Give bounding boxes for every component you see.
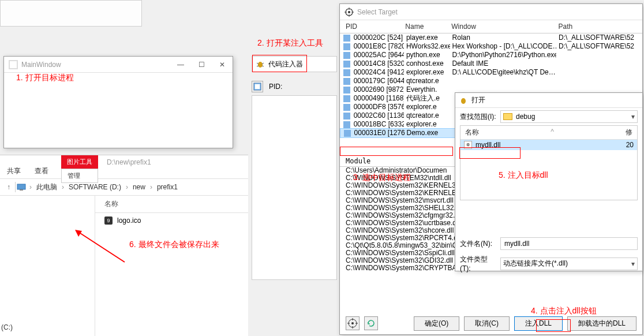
main-window-titlebar[interactable]: MainWindow — ☐ ✕ <box>4 57 233 73</box>
bug-icon <box>256 60 265 68</box>
filename-input[interactable] <box>500 237 638 250</box>
select-target-buttons: 确定(O) 取消(C) 注入DLL 卸载选中的DLL <box>340 315 642 332</box>
file-item-selected[interactable]: ⚙ mydll.dll 20 <box>460 140 637 150</box>
breadcrumb-item[interactable]: 此电脑 <box>35 182 58 192</box>
close-button[interactable]: ✕ <box>216 61 228 69</box>
process-list-header: PID Name Window Path <box>340 20 642 33</box>
file-item-name: mydll.dll <box>475 141 500 149</box>
filetype-combo[interactable]: 动态链接库文件(*.dll) ▾ <box>500 257 638 270</box>
breadcrumb-item[interactable]: new <box>132 183 147 191</box>
pid-label: PID: <box>269 83 282 91</box>
nav-up-icon[interactable]: ↑ <box>3 183 14 191</box>
column-header-name[interactable]: 名称 <box>95 196 248 213</box>
computer-icon <box>17 182 26 192</box>
annotation-2: 2. 打开某注入工具 <box>257 38 323 48</box>
filename-label: 文件名(N): <box>460 239 497 249</box>
svg-line-7 <box>257 66 259 66</box>
explorer-file-list[interactable]: 名称 9 logo.ico <box>95 196 248 336</box>
ico-file-icon: 9 <box>104 216 113 225</box>
process-row[interactable]: 0000020C [524]player.exeRolanD:\_ALL\SOF… <box>340 33 642 42</box>
explorer-path-text: D:\new\prefix1 <box>107 158 151 166</box>
chevron-right-icon: › <box>59 183 66 191</box>
folder-icon <box>503 113 512 120</box>
process-row[interactable]: 000025AC [9644]python.exeD:\Python\Pytho… <box>340 51 642 59</box>
breadcrumb-item[interactable]: prefix1 <box>156 183 179 191</box>
share-tab[interactable]: 共享 <box>0 164 28 178</box>
process-row[interactable]: 000024C4 [9412]explorer.exeD:\ ALL\CODE\… <box>340 68 642 77</box>
explorer-nav-pane[interactable] <box>0 196 95 336</box>
svg-rect-10 <box>255 84 260 89</box>
injector-log-area[interactable] <box>252 95 337 280</box>
file-name: logo.ico <box>117 216 141 225</box>
col-modified[interactable]: 修 <box>626 128 632 137</box>
process-row[interactable]: 0000179C [6044]qtcreator.e <box>340 77 642 85</box>
code-injector-title: 代码注入器 <box>268 59 303 69</box>
app-icon <box>9 60 18 69</box>
address-bar[interactable]: ↑ › 此电脑 › SOFTWARE (D:) › new › prefix1 <box>0 178 248 196</box>
breadcrumb-item[interactable]: SOFTWARE (D:) <box>68 183 122 191</box>
maximize-button[interactable]: ☐ <box>196 61 207 69</box>
scope-value: debug <box>516 113 535 121</box>
svg-point-12 <box>348 11 350 13</box>
ok-button[interactable]: 确定(O) <box>414 316 459 331</box>
c-drive-label: (C:) <box>1 323 13 331</box>
main-window: MainWindow — ☐ ✕ <box>3 56 233 148</box>
file-list[interactable]: 名称 ^ 修 ⚙ mydll.dll 20 <box>460 125 638 200</box>
scope-label: 查找范围(I): <box>460 112 497 122</box>
arrow-icon <box>74 229 126 263</box>
crosshair-button[interactable] <box>346 316 360 330</box>
svg-point-23 <box>461 98 466 104</box>
code-injector-header: 代码注入器 <box>252 56 337 72</box>
chevron-down-icon: ▾ <box>631 113 635 121</box>
manage-tab[interactable]: 管理 <box>61 169 98 183</box>
picture-tools-contextual-tab: 图片工具 管理 <box>61 155 98 183</box>
dll-file-icon: ⚙ <box>464 141 472 149</box>
svg-rect-3 <box>20 189 23 191</box>
col-name[interactable]: Name <box>403 22 449 31</box>
file-item[interactable]: 9 logo.ico <box>95 213 248 228</box>
target-icon <box>345 8 354 17</box>
pid-section: PID: <box>252 81 337 92</box>
corner-box <box>0 0 142 27</box>
refresh-button[interactable] <box>364 316 378 330</box>
svg-line-24 <box>78 232 125 262</box>
open-dialog-titlebar[interactable]: 打开 <box>455 93 642 108</box>
filetype-value: 动态链接库文件(*.dll) <box>503 259 568 268</box>
scope-combo[interactable]: debug ▾ <box>500 110 638 123</box>
process-row[interactable]: 000014C8 [5320]conhost.exeDefault IME <box>340 59 642 68</box>
bug-icon <box>459 96 468 104</box>
main-window-title: MainWindow <box>21 61 175 69</box>
open-dialog: 打开 查找范围(I): debug ▾ 名称 ^ 修 ⚙ mydll.dll 2… <box>455 92 643 271</box>
select-target-title: Select Target <box>357 8 638 16</box>
chevron-right-icon: › <box>27 183 34 191</box>
file-item-date: 20 <box>626 141 634 149</box>
view-tab[interactable]: 查看 <box>28 164 55 178</box>
col-path[interactable]: Path <box>556 22 639 31</box>
svg-rect-1 <box>10 61 17 68</box>
cancel-button[interactable]: 取消(C) <box>464 316 510 331</box>
svg-point-4 <box>258 62 263 68</box>
col-name[interactable]: 名称 <box>465 128 479 137</box>
col-window[interactable]: Window <box>449 22 556 31</box>
chevron-right-icon: › <box>123 183 130 191</box>
svg-point-18 <box>351 322 354 324</box>
filetype-label: 文件类型(T): <box>460 255 497 272</box>
process-row[interactable]: 00001E8C [7820]HWorks32.exeHex Workshop … <box>340 42 642 51</box>
minimize-button[interactable]: — <box>175 61 186 69</box>
svg-line-8 <box>262 66 264 66</box>
inject-dll-button[interactable]: 注入DLL <box>514 316 563 331</box>
open-dialog-title: 打开 <box>471 95 485 105</box>
svg-rect-2 <box>17 184 25 189</box>
chevron-right-icon: › <box>148 183 155 191</box>
picture-tools-label[interactable]: 图片工具 <box>61 155 98 169</box>
select-target-titlebar[interactable]: Select Target <box>340 4 642 20</box>
col-pid[interactable]: PID <box>343 22 403 31</box>
pid-icon[interactable] <box>252 81 263 92</box>
unload-dll-button[interactable]: 卸载选中的DLL <box>567 316 636 331</box>
chevron-down-icon: ▾ <box>631 260 635 268</box>
